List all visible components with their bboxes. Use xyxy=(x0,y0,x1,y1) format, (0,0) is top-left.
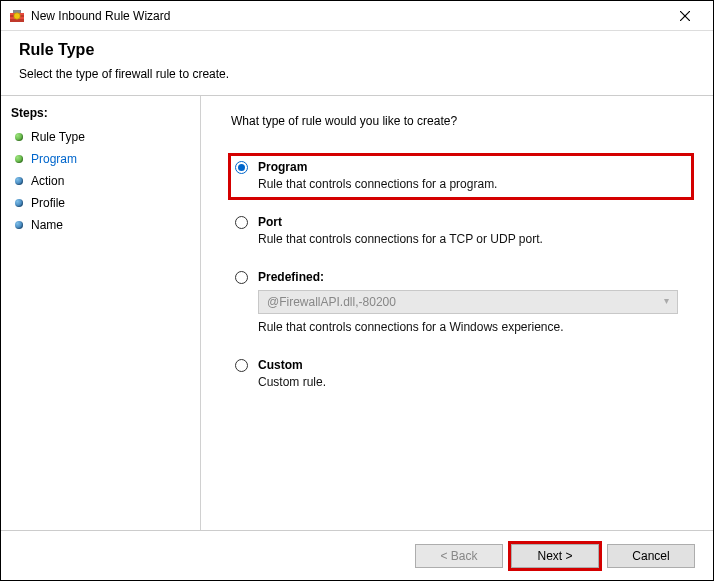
option-desc: Rule that controls connections for a pro… xyxy=(258,177,687,191)
option-desc: Rule that controls connections for a Win… xyxy=(258,320,687,334)
chevron-down-icon: ▾ xyxy=(664,295,669,306)
step-label: Action xyxy=(31,174,64,188)
step-bullet-icon xyxy=(15,199,23,207)
step-item-rule-type[interactable]: Rule Type xyxy=(1,126,200,148)
option-body: Predefined:@FirewallAPI.dll,-80200▾Rule … xyxy=(258,270,687,334)
main-panel: What type of rule would you like to crea… xyxy=(201,96,713,530)
next-button[interactable]: Next > xyxy=(511,544,599,568)
option-predefined[interactable]: Predefined:@FirewallAPI.dll,-80200▾Rule … xyxy=(231,266,691,340)
close-button[interactable] xyxy=(665,2,705,30)
firewall-icon xyxy=(9,8,25,24)
option-title: Predefined: xyxy=(258,270,687,284)
radio-port[interactable] xyxy=(235,216,248,229)
cancel-button[interactable]: Cancel xyxy=(607,544,695,568)
steps-heading: Steps: xyxy=(1,102,200,126)
step-item-action[interactable]: Action xyxy=(1,170,200,192)
option-title: Port xyxy=(258,215,687,229)
svg-point-4 xyxy=(14,12,20,18)
steps-sidebar: Steps: Rule TypeProgramActionProfileName xyxy=(1,96,201,530)
step-label: Profile xyxy=(31,196,65,210)
option-body: CustomCustom rule. xyxy=(258,358,687,389)
option-desc: Custom rule. xyxy=(258,375,687,389)
option-body: PortRule that controls connections for a… xyxy=(258,215,687,246)
page-title: Rule Type xyxy=(19,41,695,59)
wizard-window: New Inbound Rule Wizard Rule Type Select… xyxy=(0,0,714,581)
step-item-profile[interactable]: Profile xyxy=(1,192,200,214)
predefined-select: @FirewallAPI.dll,-80200▾ xyxy=(258,290,678,314)
step-bullet-icon xyxy=(15,133,23,141)
window-title: New Inbound Rule Wizard xyxy=(31,9,665,23)
option-custom[interactable]: CustomCustom rule. xyxy=(231,354,691,395)
option-body: ProgramRule that controls connections fo… xyxy=(258,160,687,191)
rule-type-options: ProgramRule that controls connections fo… xyxy=(231,156,691,395)
main-prompt: What type of rule would you like to crea… xyxy=(231,114,691,128)
option-port[interactable]: PortRule that controls connections for a… xyxy=(231,211,691,252)
wizard-footer: < Back Next > Cancel xyxy=(1,530,713,580)
step-item-program[interactable]: Program xyxy=(1,148,200,170)
option-title: Program xyxy=(258,160,687,174)
step-bullet-icon xyxy=(15,155,23,163)
step-label: Name xyxy=(31,218,63,232)
step-label: Rule Type xyxy=(31,130,85,144)
predefined-select-value: @FirewallAPI.dll,-80200 xyxy=(267,295,396,309)
titlebar: New Inbound Rule Wizard xyxy=(1,1,713,31)
step-bullet-icon xyxy=(15,177,23,185)
option-desc: Rule that controls connections for a TCP… xyxy=(258,232,687,246)
back-button[interactable]: < Back xyxy=(415,544,503,568)
option-title: Custom xyxy=(258,358,687,372)
wizard-body: Steps: Rule TypeProgramActionProfileName… xyxy=(1,95,713,530)
page-subtitle: Select the type of firewall rule to crea… xyxy=(19,67,695,81)
option-program[interactable]: ProgramRule that controls connections fo… xyxy=(231,156,691,197)
step-label: Program xyxy=(31,152,77,166)
radio-predefined[interactable] xyxy=(235,271,248,284)
wizard-header: Rule Type Select the type of firewall ru… xyxy=(1,31,713,95)
step-item-name[interactable]: Name xyxy=(1,214,200,236)
step-bullet-icon xyxy=(15,221,23,229)
radio-custom[interactable] xyxy=(235,359,248,372)
radio-program[interactable] xyxy=(235,161,248,174)
